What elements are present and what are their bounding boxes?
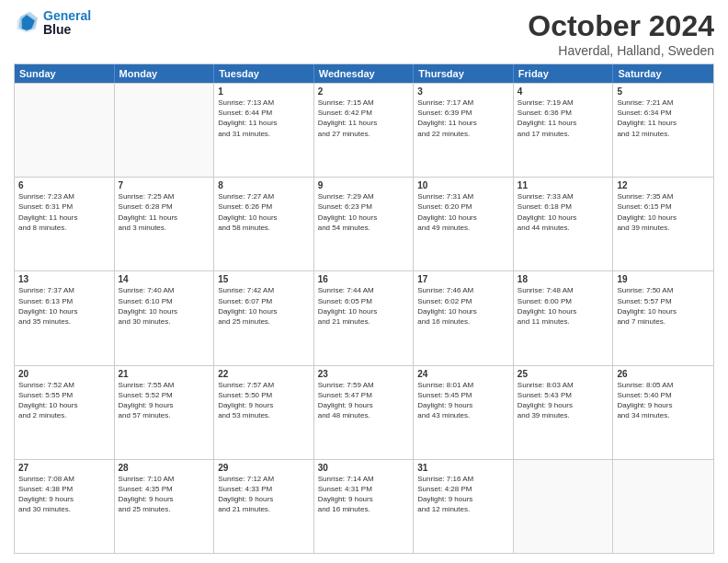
cell-text-2-2: Sunrise: 7:42 AM Sunset: 6:07 PM Dayligh… [218,285,310,327]
cal-cell-4-1: 28Sunrise: 7:10 AM Sunset: 4:35 PM Dayli… [115,460,215,553]
cell-text-0-2: Sunrise: 7:13 AM Sunset: 6:44 PM Dayligh… [218,98,310,139]
cal-cell-2-4: 17Sunrise: 7:46 AM Sunset: 6:02 PM Dayli… [414,271,514,364]
day-num-4-0: 27 [18,463,110,473]
cell-text-3-3: Sunrise: 7:59 AM Sunset: 5:47 PM Dayligh… [318,380,410,421]
day-num-4-3: 30 [318,463,410,473]
header-tuesday: Tuesday [214,64,314,83]
day-num-4-4: 31 [417,463,509,473]
cell-text-1-3: Sunrise: 7:29 AM Sunset: 6:23 PM Dayligh… [318,191,410,233]
cell-text-2-6: Sunrise: 7:50 AM Sunset: 5:57 PM Dayligh… [617,285,710,327]
cal-cell-1-0: 6Sunrise: 7:23 AM Sunset: 6:31 PM Daylig… [15,178,115,270]
cell-text-3-0: Sunrise: 7:52 AM Sunset: 5:55 PM Dayligh… [18,380,110,421]
cal-cell-0-3: 2Sunrise: 7:15 AM Sunset: 6:42 PM Daylig… [314,84,415,177]
day-num-2-2: 15 [218,274,310,284]
cell-text-0-3: Sunrise: 7:15 AM Sunset: 6:42 PM Dayligh… [318,98,410,139]
cal-cell-0-2: 1Sunrise: 7:13 AM Sunset: 6:44 PM Daylig… [214,84,314,177]
cell-text-2-5: Sunrise: 7:48 AM Sunset: 6:00 PM Dayligh… [518,285,609,327]
day-num-1-3: 9 [318,180,410,190]
cell-text-0-6: Sunrise: 7:21 AM Sunset: 6:34 PM Dayligh… [617,98,710,139]
calendar-row-0: 1Sunrise: 7:13 AM Sunset: 6:44 PM Daylig… [15,83,713,177]
day-num-2-6: 19 [617,274,710,284]
day-num-1-1: 7 [119,180,210,190]
calendar-body: 1Sunrise: 7:13 AM Sunset: 6:44 PM Daylig… [15,83,713,553]
cell-text-3-5: Sunrise: 8:03 AM Sunset: 5:43 PM Dayligh… [518,380,609,421]
cal-cell-2-6: 19Sunrise: 7:50 AM Sunset: 5:57 PM Dayli… [613,271,713,364]
cal-cell-3-3: 23Sunrise: 7:59 AM Sunset: 5:47 PM Dayli… [314,366,415,459]
cell-text-4-4: Sunrise: 7:16 AM Sunset: 4:28 PM Dayligh… [417,474,509,515]
day-num-1-2: 8 [218,180,310,190]
cal-cell-0-6: 5Sunrise: 7:21 AM Sunset: 6:34 PM Daylig… [613,84,713,177]
calendar-header: Sunday Monday Tuesday Wednesday Thursday… [15,64,713,83]
cell-text-2-1: Sunrise: 7:40 AM Sunset: 6:10 PM Dayligh… [119,285,210,327]
day-num-3-4: 24 [417,369,509,379]
day-num-3-0: 20 [18,369,110,379]
cal-cell-1-6: 12Sunrise: 7:35 AM Sunset: 6:15 PM Dayli… [613,178,713,270]
day-num-3-2: 22 [218,369,310,379]
cal-cell-0-5: 4Sunrise: 7:19 AM Sunset: 6:36 PM Daylig… [514,84,614,177]
cell-text-1-2: Sunrise: 7:27 AM Sunset: 6:26 PM Dayligh… [218,191,310,233]
day-num-3-6: 26 [617,369,710,379]
cal-cell-3-0: 20Sunrise: 7:52 AM Sunset: 5:55 PM Dayli… [15,366,115,459]
cell-text-4-2: Sunrise: 7:12 AM Sunset: 4:33 PM Dayligh… [218,474,310,515]
calendar-row-2: 13Sunrise: 7:37 AM Sunset: 6:13 PM Dayli… [15,270,713,364]
day-num-3-5: 25 [518,369,609,379]
day-num-2-0: 13 [18,274,110,284]
header-monday: Monday [115,64,215,83]
calendar: Sunday Monday Tuesday Wednesday Thursday… [14,63,714,554]
header-sunday: Sunday [15,64,115,83]
header: General Blue October 2024 Haverdal, Hall… [14,9,714,58]
cal-cell-2-2: 15Sunrise: 7:42 AM Sunset: 6:07 PM Dayli… [214,271,314,364]
cal-cell-4-0: 27Sunrise: 7:08 AM Sunset: 4:38 PM Dayli… [15,460,115,553]
cell-text-3-4: Sunrise: 8:01 AM Sunset: 5:45 PM Dayligh… [417,380,509,421]
header-saturday: Saturday [613,64,713,83]
calendar-row-3: 20Sunrise: 7:52 AM Sunset: 5:55 PM Dayli… [15,365,713,459]
cal-cell-3-1: 21Sunrise: 7:55 AM Sunset: 5:52 PM Dayli… [115,366,215,459]
cal-cell-0-4: 3Sunrise: 7:17 AM Sunset: 6:39 PM Daylig… [414,84,514,177]
calendar-row-4: 27Sunrise: 7:08 AM Sunset: 4:38 PM Dayli… [15,459,713,553]
subtitle: Haverdal, Halland, Sweden [528,43,714,58]
cal-cell-3-2: 22Sunrise: 7:57 AM Sunset: 5:50 PM Dayli… [214,366,314,459]
cal-cell-1-2: 8Sunrise: 7:27 AM Sunset: 6:26 PM Daylig… [214,178,314,270]
cal-cell-0-1 [115,84,215,177]
header-thursday: Thursday [414,64,514,83]
day-num-0-4: 3 [417,86,509,97]
logo-line1: General [43,9,91,23]
day-num-1-6: 12 [617,180,710,190]
header-wednesday: Wednesday [314,64,415,83]
day-num-1-5: 11 [518,180,609,190]
cal-cell-4-4: 31Sunrise: 7:16 AM Sunset: 4:28 PM Dayli… [414,460,514,553]
day-num-0-6: 5 [617,86,710,97]
cal-cell-4-3: 30Sunrise: 7:14 AM Sunset: 4:31 PM Dayli… [314,460,415,553]
day-num-1-0: 6 [18,180,110,190]
cal-cell-1-1: 7Sunrise: 7:25 AM Sunset: 6:28 PM Daylig… [115,178,215,270]
logo-line2: Blue [43,23,91,37]
cell-text-1-1: Sunrise: 7:25 AM Sunset: 6:28 PM Dayligh… [119,191,210,233]
cal-cell-1-4: 10Sunrise: 7:31 AM Sunset: 6:20 PM Dayli… [414,178,514,270]
logo-text: General Blue [43,9,91,38]
calendar-row-1: 6Sunrise: 7:23 AM Sunset: 6:31 PM Daylig… [15,177,713,270]
main-title: October 2024 [528,9,714,43]
cal-cell-2-0: 13Sunrise: 7:37 AM Sunset: 6:13 PM Dayli… [15,271,115,364]
day-num-0-5: 4 [518,86,609,97]
cell-text-3-2: Sunrise: 7:57 AM Sunset: 5:50 PM Dayligh… [218,380,310,421]
day-num-4-1: 28 [119,463,210,473]
cal-cell-4-2: 29Sunrise: 7:12 AM Sunset: 4:33 PM Dayli… [214,460,314,553]
day-num-1-4: 10 [417,180,509,190]
logo: General Blue [14,9,91,38]
day-num-4-2: 29 [218,463,310,473]
day-num-2-5: 18 [518,274,609,284]
title-block: October 2024 Haverdal, Halland, Sweden [528,9,714,58]
day-num-3-3: 23 [318,369,410,379]
cell-text-3-6: Sunrise: 8:05 AM Sunset: 5:40 PM Dayligh… [617,380,710,421]
day-num-0-2: 1 [218,86,310,97]
cell-text-1-6: Sunrise: 7:35 AM Sunset: 6:15 PM Dayligh… [617,191,710,233]
logo-icon [14,10,40,36]
page: General Blue October 2024 Haverdal, Hall… [0,0,728,563]
cell-text-1-5: Sunrise: 7:33 AM Sunset: 6:18 PM Dayligh… [518,191,609,233]
cell-text-1-0: Sunrise: 7:23 AM Sunset: 6:31 PM Dayligh… [18,191,110,233]
cell-text-4-0: Sunrise: 7:08 AM Sunset: 4:38 PM Dayligh… [18,474,110,515]
day-num-0-3: 2 [318,86,410,97]
day-num-2-1: 14 [119,274,210,284]
cell-text-0-4: Sunrise: 7:17 AM Sunset: 6:39 PM Dayligh… [417,98,509,139]
cell-text-2-3: Sunrise: 7:44 AM Sunset: 6:05 PM Dayligh… [318,285,410,327]
